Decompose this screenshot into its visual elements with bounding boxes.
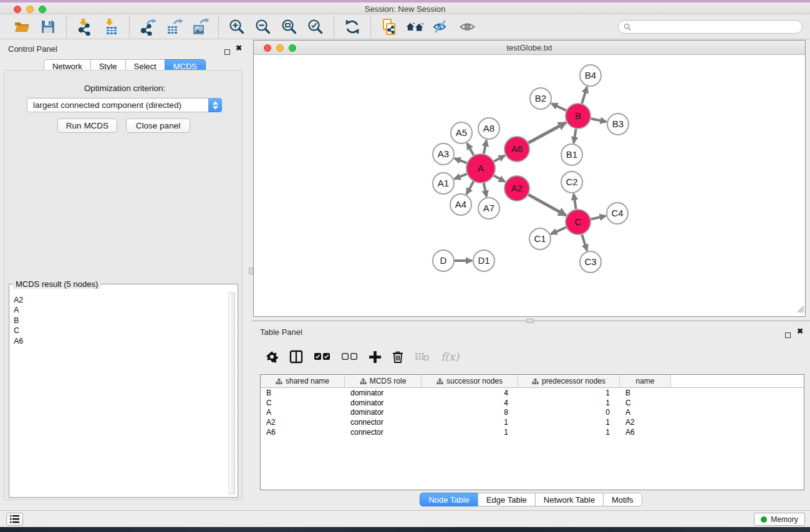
export-table-icon[interactable] (165, 17, 183, 36)
mcds-result-item[interactable]: A (14, 305, 228, 315)
graph-node-label: A1 (438, 178, 449, 188)
task-history-button[interactable] (6, 513, 23, 526)
table-row[interactable]: A2connector11A2 (261, 417, 804, 427)
copy-network-pages-icon[interactable] (380, 17, 398, 36)
column-header-MCDS-role[interactable]: MCDS role (345, 375, 422, 387)
mcds-result-item[interactable]: C (14, 326, 228, 336)
table-cell: connector (345, 417, 422, 427)
zoom-selected-icon[interactable] (306, 17, 325, 36)
search-field[interactable] (618, 20, 803, 34)
graph-edge-A-A5[interactable] (467, 143, 473, 155)
search-input[interactable] (632, 22, 802, 32)
toolbar-separator (218, 16, 219, 37)
tab-network-table[interactable]: Network Table (535, 493, 604, 506)
search-icon (624, 23, 632, 31)
network-canvas[interactable]: B4B2BB3B1A5A8A6A3AA1C2A2A4A7C4CC1C3DD1 (254, 56, 805, 316)
graph-edge-A-A3[interactable] (455, 158, 467, 163)
function-builder-icon[interactable]: f(x) (441, 351, 459, 363)
network-window-titlebar[interactable]: testGlobe.txt (254, 41, 805, 55)
control-panel-close-icon[interactable]: ✖ (236, 45, 242, 51)
vertical-split-handle[interactable] (249, 268, 253, 274)
table-cell-filler (671, 417, 804, 427)
graph-node-label: A2 (511, 183, 523, 193)
save-floppy-icon[interactable] (39, 17, 57, 36)
eye-slash-icon[interactable] (432, 17, 451, 36)
delete-table-icon[interactable] (415, 352, 430, 362)
graph-edge-A-A6[interactable] (494, 155, 504, 161)
split-columns-icon[interactable] (289, 350, 303, 364)
refresh-layout-icon[interactable] (343, 17, 362, 36)
table-row[interactable]: Adominator80A (261, 408, 804, 418)
graph-edge-C-C3[interactable] (582, 235, 587, 251)
graph-edge-B-B3[interactable] (591, 118, 607, 122)
table-row[interactable]: A6connector11A6 (261, 427, 804, 437)
graph-edge-C-C1[interactable] (551, 227, 566, 234)
horizontal-split-handle[interactable] (526, 319, 534, 323)
mcds-result-item[interactable]: B (14, 316, 228, 326)
graph-edge-A6-B[interactable] (528, 122, 566, 143)
control-panel-float-icon[interactable] (224, 46, 230, 57)
table-row[interactable]: Cdominator41C (261, 398, 804, 408)
column-header-predecessor-nodes[interactable]: predecessor nodes (518, 375, 620, 387)
column-type-icon (532, 378, 539, 385)
graph-edge-A-A4[interactable] (466, 181, 473, 194)
criterion-dropdown-value: largest connected component (directed) (27, 100, 208, 110)
mcds-result-item[interactable]: A2 (14, 295, 228, 305)
graph-edge-C-C2[interactable] (574, 194, 576, 209)
trash-icon[interactable] (392, 351, 403, 363)
tab-motifs[interactable]: Motifs (603, 493, 642, 506)
graph-edge-A-A1[interactable] (455, 174, 467, 179)
export-network-icon[interactable] (138, 17, 157, 36)
zoom-fit-icon[interactable] (280, 17, 299, 36)
tab-node-table[interactable]: Node Table (420, 493, 478, 506)
column-type-icon (436, 378, 443, 385)
result-list-scrollbar[interactable] (228, 292, 235, 495)
table-cell: connector (345, 427, 422, 437)
graph-node-label: C1 (534, 233, 546, 244)
table-panel-close-icon[interactable]: ✖ (797, 328, 803, 334)
graph-edge-C-C4[interactable] (591, 216, 605, 219)
open-folder-icon[interactable] (12, 17, 31, 36)
table-cell: 1 (518, 417, 620, 427)
column-type-icon (360, 378, 367, 385)
table-panel-float-icon[interactable] (785, 329, 791, 341)
mcds-result-list: A2ABCA6 (11, 292, 228, 496)
column-header-shared-name[interactable]: shared name (261, 375, 345, 387)
table-cell: 4 (422, 388, 518, 398)
close-panel-button[interactable]: Close panel (126, 118, 190, 133)
memory-button[interactable]: Memory (754, 513, 805, 526)
eye-icon[interactable] (458, 17, 477, 36)
add-row-plus-icon[interactable] (369, 351, 381, 363)
table-cell: C (261, 398, 345, 408)
graph-edge-A-A7[interactable] (484, 183, 486, 197)
graph-edge-B-B1[interactable] (574, 129, 576, 143)
graph-edge-B-B2[interactable] (551, 104, 566, 110)
column-header-name[interactable]: name (620, 375, 671, 387)
table-panel-title: Table Panel (260, 327, 302, 337)
graph-node-label: B (575, 110, 581, 121)
import-network-icon[interactable] (75, 17, 94, 36)
tab-edge-table[interactable]: Edge Table (478, 493, 536, 506)
deselect-all-checkboxes-icon[interactable] (342, 353, 358, 360)
zoom-out-icon[interactable] (254, 17, 272, 36)
export-image-icon[interactable] (191, 17, 210, 36)
graph-edge-A-A8[interactable] (484, 140, 486, 154)
run-mcds-button[interactable]: Run MCDS (57, 118, 117, 133)
graph-edge-A-A2[interactable] (494, 176, 505, 182)
table-cell: B (261, 388, 345, 398)
column-header-successor-nodes[interactable]: successor nodes (422, 375, 518, 387)
table-cell: dominator (345, 408, 422, 418)
graph-edge-A2-C[interactable] (528, 195, 566, 215)
criterion-dropdown[interactable]: largest connected component (directed) (27, 98, 222, 112)
gear-icon[interactable] (266, 351, 278, 363)
select-all-checkboxes-icon[interactable] (314, 353, 330, 360)
mcds-result-item[interactable]: A6 (14, 336, 228, 346)
double-home-icon[interactable] (406, 17, 425, 36)
table-row[interactable]: Bdominator41B (261, 388, 804, 398)
graph-edge-B-B4[interactable] (582, 87, 587, 104)
window-resize-grip[interactable] (796, 304, 804, 316)
import-table-icon[interactable] (102, 17, 120, 36)
table-cell: A2 (261, 417, 345, 427)
zoom-in-icon[interactable] (228, 17, 246, 36)
graph-node-label: B3 (612, 118, 624, 129)
